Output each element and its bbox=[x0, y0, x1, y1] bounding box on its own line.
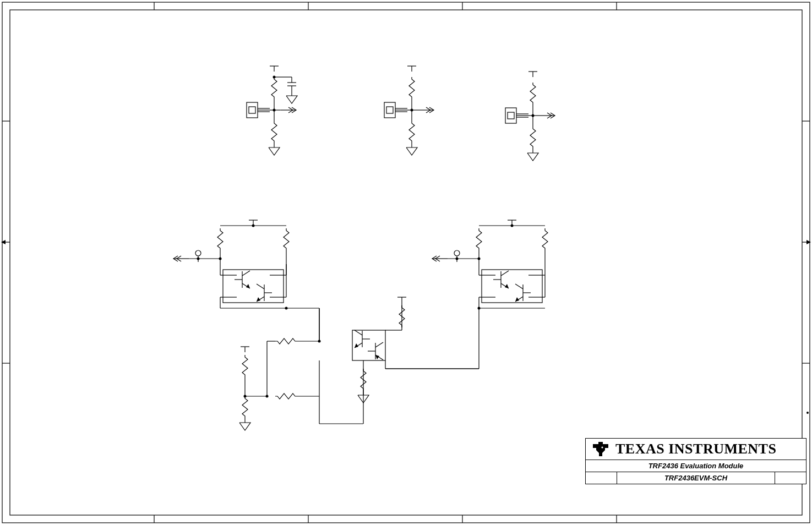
resistor-icon bbox=[275, 393, 297, 399]
input-stage-b bbox=[384, 66, 434, 155]
test-point-icon bbox=[454, 250, 460, 262]
resistor-icon bbox=[542, 228, 548, 250]
resistor-icon bbox=[284, 228, 289, 250]
current-mirror bbox=[239, 297, 479, 430]
resistor-icon bbox=[217, 228, 223, 250]
svg-point-100 bbox=[601, 446, 603, 448]
brand-text: TEXAS INSTRUMENTS bbox=[615, 441, 776, 457]
port-arrow-out-icon bbox=[418, 107, 434, 113]
resistor-icon bbox=[409, 121, 415, 143]
ground-icon bbox=[406, 143, 417, 155]
rf-connector-icon bbox=[505, 108, 533, 123]
resistor-icon bbox=[271, 77, 277, 99]
port-arrow-in-icon bbox=[432, 256, 448, 261]
title-block: TEXAS INSTRUMENTS TRF2436 Evaluation Mod… bbox=[585, 438, 806, 484]
ground-icon bbox=[239, 418, 250, 430]
ground-icon bbox=[286, 91, 297, 103]
power-rail-icon bbox=[407, 66, 416, 72]
title-blank-right bbox=[775, 472, 806, 484]
resistor-icon bbox=[242, 355, 248, 377]
ground-icon bbox=[527, 149, 538, 161]
port-arrow-out-icon bbox=[281, 107, 296, 113]
power-rail-icon bbox=[270, 66, 279, 72]
resistor-icon bbox=[242, 396, 248, 418]
svg-rect-58 bbox=[223, 270, 284, 303]
test-point-icon bbox=[195, 250, 201, 262]
title-blank-left bbox=[586, 472, 617, 484]
ground-icon bbox=[269, 143, 280, 155]
bjt-npn-icon bbox=[355, 330, 370, 348]
rf-connector-icon bbox=[384, 102, 412, 118]
svg-rect-74 bbox=[482, 270, 542, 303]
input-stage-a bbox=[247, 66, 297, 155]
bjt-npn-icon bbox=[257, 284, 272, 302]
resistor-icon bbox=[409, 77, 415, 99]
power-rail-icon bbox=[397, 297, 406, 303]
diff-pair-left bbox=[173, 220, 319, 341]
resistor-icon bbox=[275, 338, 297, 344]
resistor-icon bbox=[530, 83, 536, 105]
power-rail-icon bbox=[241, 347, 249, 352]
bjt-pnp-icon bbox=[368, 342, 383, 360]
power-rail-icon bbox=[528, 72, 537, 77]
port-arrow-in-icon bbox=[173, 256, 189, 261]
port-arrow-out-icon bbox=[539, 113, 555, 118]
resistor-icon bbox=[530, 127, 536, 149]
schematic-sheet: TEXAS INSTRUMENTS TRF2436 Evaluation Mod… bbox=[0, 0, 812, 525]
bjt-npn-icon bbox=[515, 284, 531, 302]
title-line2: TRF2436EVM-SCH bbox=[617, 472, 775, 484]
capacitor-icon bbox=[287, 77, 296, 91]
svg-point-16 bbox=[806, 412, 809, 414]
title-line1: TRF2436 Evaluation Module bbox=[586, 460, 806, 472]
ti-logo-icon bbox=[591, 441, 610, 457]
bjt-npn-icon bbox=[493, 271, 509, 288]
resistor-icon bbox=[476, 228, 482, 250]
rf-connector-icon bbox=[247, 102, 274, 118]
input-stage-c bbox=[505, 72, 555, 161]
bjt-npn-icon bbox=[235, 271, 250, 288]
resistor-icon bbox=[271, 121, 277, 143]
diff-pair-right bbox=[385, 220, 548, 369]
